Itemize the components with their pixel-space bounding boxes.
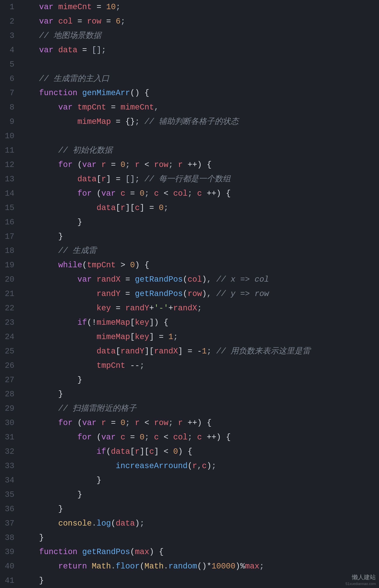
token-num: 6	[116, 17, 121, 26]
token-pn	[183, 418, 188, 427]
code-line: var randX = getRandPos(col), // x => col	[20, 272, 379, 287]
token-light: (	[111, 519, 116, 528]
token-light: =	[125, 275, 130, 284]
token-light: ()	[130, 89, 140, 97]
token-pn	[53, 46, 58, 55]
token-pn: ;	[207, 347, 216, 356]
token-cm: // 扫描雷附近的格子	[58, 404, 136, 413]
token-pn	[149, 418, 154, 427]
line-number: 35	[0, 488, 14, 502]
token-pn: ;	[211, 462, 216, 470]
token-id: max	[245, 562, 259, 571]
token-id: tmpCnt	[77, 103, 106, 112]
token-light: )	[202, 275, 207, 284]
code-line: for (var c = 0; c < col; c ++) {	[20, 430, 379, 445]
token-light: =	[111, 418, 116, 427]
code-line: data[randY][randX] = -1; // 用负数来表示这里是雷	[20, 344, 379, 359]
line-number: 15	[0, 201, 14, 215]
token-pn	[39, 117, 77, 126]
token-light: (	[82, 261, 87, 270]
token-id: data	[111, 447, 130, 456]
code-line: data[r] = []; // 每一行都是一个数组	[20, 172, 379, 186]
token-light: )	[207, 462, 211, 470]
token-pn	[39, 447, 96, 456]
token-pn: ;	[164, 203, 168, 212]
code-line: for (var r = 0; r < row; r ++) {	[20, 416, 379, 430]
token-id: c	[135, 203, 140, 212]
token-light: (	[96, 189, 101, 198]
line-number: 37	[0, 516, 14, 531]
code-line: }	[20, 230, 379, 244]
token-pn	[159, 433, 164, 442]
token-id: mimeMap	[96, 318, 130, 327]
code-line: var mimeCnt = 10;	[20, 0, 379, 14]
line-number: 25	[0, 344, 14, 359]
token-pn	[130, 275, 135, 284]
token-fn: increaseArround	[116, 462, 188, 470]
line-number: 27	[0, 373, 14, 387]
token-id: data	[116, 519, 135, 528]
token-pn: ;	[116, 3, 121, 12]
token-light: )	[216, 189, 221, 198]
token-light: [	[96, 175, 101, 184]
token-light: ]	[140, 203, 144, 212]
token-num: 0	[130, 261, 135, 270]
token-light: )	[202, 289, 207, 298]
token-light: [	[116, 203, 121, 212]
token-pn	[73, 17, 77, 26]
token-kw: var	[39, 3, 53, 12]
token-light: =	[82, 46, 87, 55]
line-number: 12	[0, 158, 14, 172]
token-light: {	[226, 189, 231, 198]
line-number: 19	[0, 258, 14, 272]
token-light: [	[130, 203, 135, 212]
token-light: =	[116, 117, 121, 126]
line-number: 17	[0, 230, 14, 244]
token-num: 10000	[211, 562, 235, 571]
code-area: var mimeCnt = 10; var col = row = 6; // …	[20, 0, 379, 588]
line-number: 32	[0, 445, 14, 459]
token-id: randX	[154, 347, 178, 356]
token-pn	[92, 433, 96, 442]
token-light: (	[96, 433, 101, 442]
token-light: (	[130, 547, 135, 557]
token-pn	[116, 261, 121, 270]
token-pn: ,	[207, 289, 216, 298]
line-number: 9	[0, 115, 14, 129]
token-cm: // x => col	[216, 275, 269, 284]
token-pn	[39, 418, 58, 427]
token-id: max	[135, 547, 149, 557]
line-number-gutter: 1234567891011121314151617181920212223242…	[0, 0, 20, 588]
token-id: r	[101, 175, 106, 184]
token-pn	[116, 433, 121, 442]
token-light: =	[106, 17, 111, 26]
token-pn: ;	[140, 361, 144, 370]
token-light: }	[39, 533, 44, 542]
token-pn	[183, 347, 188, 356]
token-light: =	[188, 347, 192, 356]
token-light: *	[207, 562, 211, 571]
line-number: 16	[0, 215, 14, 230]
code-line: // 地图场景数据	[20, 29, 379, 43]
line-number: 14	[0, 186, 14, 201]
token-light: --	[130, 361, 140, 370]
token-pn	[125, 433, 130, 442]
token-pn	[111, 117, 116, 126]
token-kw: var	[101, 189, 116, 198]
token-id: row	[154, 160, 168, 169]
token-pn	[39, 505, 58, 514]
token-kw: return	[58, 562, 87, 571]
code-line: function genMimeArr() {	[20, 86, 379, 100]
token-id: key	[135, 332, 149, 341]
code-line: }	[20, 473, 379, 488]
token-pn	[135, 433, 140, 442]
token-pn	[39, 433, 77, 442]
token-pn	[116, 418, 121, 427]
token-light: (	[77, 418, 82, 427]
token-light: !	[92, 318, 96, 327]
token-light: {	[164, 318, 168, 327]
token-pn	[221, 189, 226, 198]
token-cm: // 用负数来表示这里是雷	[216, 347, 310, 356]
token-pn	[101, 3, 106, 12]
line-number: 10	[0, 129, 14, 143]
